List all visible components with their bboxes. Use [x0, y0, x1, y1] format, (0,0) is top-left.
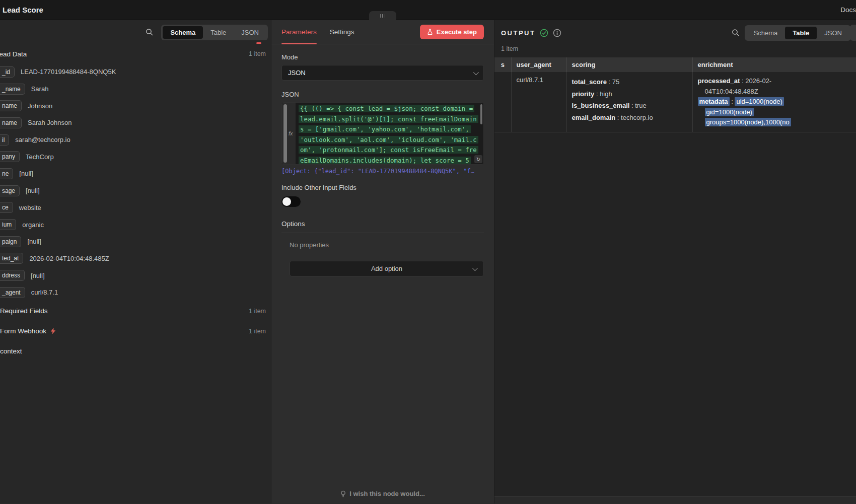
field-value: Sarah — [31, 85, 49, 93]
field-key-pill[interactable]: ted_at — [0, 253, 23, 264]
input-tab-json[interactable]: JSON — [234, 26, 266, 39]
node-detail-view: Lead Score Docs Schema Table JSON Lead D… — [0, 0, 856, 504]
schema-field-row[interactable]: ium organic — [0, 216, 271, 233]
schema-field-row[interactable]: name Johnson — [0, 97, 271, 114]
field-value: [null] — [31, 272, 44, 279]
field-key-pill[interactable]: il — [0, 134, 9, 146]
field-key-pill[interactable]: paign — [0, 236, 21, 247]
input-view-tabs: Schema Table JSON — [161, 25, 268, 40]
cell-scoring: total_score : 75priority : highis_busine… — [566, 72, 692, 132]
field-key-pill[interactable]: ddress — [0, 270, 25, 281]
editor-gutter: fx — [282, 103, 296, 164]
field-key-pill[interactable]: _name — [0, 84, 25, 95]
field-value: 2026-02-04T10:04:48.485Z — [29, 255, 109, 262]
output-tab-schema[interactable]: Schema — [746, 27, 786, 39]
schema-field-row[interactable]: ce website — [0, 199, 271, 217]
docs-link[interactable]: Docs — [840, 6, 856, 14]
output-table-row: curl/8.7.1 total_score : 75priority : hi… — [494, 72, 856, 132]
editor-scrollbar[interactable] — [480, 104, 482, 124]
connection-stub — [256, 42, 261, 44]
tab-settings[interactable]: Settings — [330, 20, 354, 44]
no-properties-text: No properties — [290, 241, 484, 249]
section-required-fields-count: 1 item — [249, 308, 266, 315]
field-key-pill[interactable]: pany — [0, 151, 20, 162]
field-value: Sarah Johnson — [28, 119, 72, 126]
parameters-header: Parameters Settings Execute step — [271, 20, 494, 44]
schema-field-row[interactable]: ne [null] — [0, 165, 271, 182]
lightbulb-icon — [340, 490, 346, 497]
json-expression-editor[interactable]: fx {{ (() => { const lead = $json; const… — [281, 102, 484, 165]
section-lead-data[interactable]: Lead Data 1 item — [0, 44, 271, 63]
field-key-pill[interactable]: _agent — [0, 287, 25, 298]
add-option-button[interactable]: Add option — [290, 261, 484, 276]
info-circle-icon[interactable] — [553, 29, 561, 37]
field-key-pill[interactable]: name — [0, 100, 22, 111]
editor-expand-icon[interactable]: ↻ — [474, 155, 482, 163]
schema-field-row[interactable]: ted_at 2026-02-04T10:04:48.485Z — [0, 250, 271, 267]
flask-icon — [427, 29, 433, 35]
section-form-webhook[interactable]: Form Webhook 1 item — [0, 321, 271, 341]
schema-field-row[interactable]: sage [null] — [0, 182, 271, 199]
schema-field-row[interactable]: ddress [null] — [0, 267, 271, 284]
column-header-user-agent[interactable]: user_agent — [511, 57, 566, 72]
field-key-pill[interactable]: name — [0, 117, 22, 128]
field-key-pill[interactable]: sage — [0, 185, 20, 196]
chevron-down-icon — [473, 69, 479, 75]
mode-label: Mode — [281, 53, 484, 61]
editor-gutter-handle[interactable] — [283, 104, 287, 163]
tab-parameters[interactable]: Parameters — [281, 20, 317, 44]
section-form-webhook-count: 1 item — [249, 328, 266, 335]
column-header-clipped[interactable]: s — [494, 57, 511, 72]
schema-field-list: _id LEAD-1770199488484-8QNQ5K _name Sara… — [0, 63, 271, 301]
mode-select[interactable]: JSON — [281, 65, 484, 81]
cell-enrichment: processed_at : 2026-02-04T10:04:48.488Zm… — [692, 72, 856, 132]
output-tab-table[interactable]: Table — [785, 27, 817, 39]
output-toolbar: OUTPUT Schema Table JSON — [494, 20, 856, 45]
input-tab-schema[interactable]: Schema — [163, 26, 203, 39]
cell-user-agent: curl/8.7.1 — [511, 72, 566, 132]
parameters-panel: Parameters Settings Execute step Mode JS… — [271, 20, 494, 503]
field-key-pill[interactable]: ce — [0, 202, 13, 213]
field-value: sarah@techcorp.io — [15, 136, 70, 143]
field-key-pill[interactable]: ium — [0, 219, 16, 230]
execute-step-button[interactable]: Execute step — [420, 25, 484, 39]
section-context-label: context — [0, 347, 22, 355]
mode-select-value: JSON — [288, 69, 306, 77]
node-wish-hint[interactable]: I wish this node would... — [271, 490, 494, 497]
output-item-count: 1 item — [494, 45, 856, 52]
json-field-label: JSON — [281, 91, 484, 98]
clipped-toolbar-button[interactable] — [850, 25, 856, 41]
section-required-fields[interactable]: Required Fields 1 item — [0, 301, 271, 321]
include-other-fields-toggle[interactable] — [281, 196, 301, 207]
section-form-webhook-label: Form Webhook — [0, 327, 46, 335]
schema-field-row[interactable]: _id LEAD-1770199488484-8QNQ5K — [0, 63, 271, 81]
input-search-icon[interactable] — [145, 28, 154, 37]
schema-field-row[interactable]: name Sarah Johnson — [0, 114, 271, 131]
field-value: [null] — [19, 170, 33, 177]
field-key-pill[interactable]: ne — [0, 168, 13, 179]
expression-result-preview: [Object: {"lead_id": "LEAD-1770199488484… — [281, 168, 484, 175]
schema-field-row[interactable]: il sarah@techcorp.io — [0, 131, 271, 149]
panel-drag-grip[interactable] — [369, 11, 396, 20]
output-tab-json[interactable]: JSON — [817, 27, 849, 39]
cell-clipped — [494, 72, 511, 132]
schema-field-row[interactable]: paign [null] — [0, 233, 271, 250]
column-header-enrichment[interactable]: enrichment — [692, 57, 856, 72]
section-context[interactable]: context — [0, 341, 271, 362]
schema-field-row[interactable]: _name Sarah — [0, 81, 271, 98]
chevron-down-icon — [472, 265, 478, 270]
schema-field-row[interactable]: pany TechCorp — [0, 148, 271, 165]
output-panel: OUTPUT Schema Table JSON 1 item — [494, 20, 856, 503]
options-label: Options — [281, 220, 484, 228]
field-value: LEAD-1770199488484-8QNQ5K — [21, 68, 116, 76]
schema-field-row[interactable]: _agent curl/8.7.1 — [0, 284, 271, 301]
output-search-icon[interactable] — [731, 28, 740, 37]
options-divider — [281, 233, 484, 233]
lightning-bolt-icon — [50, 328, 56, 334]
column-header-scoring[interactable]: scoring — [566, 57, 692, 72]
input-tab-table[interactable]: Table — [203, 26, 234, 39]
output-title: OUTPUT — [501, 29, 535, 37]
toggle-knob — [282, 197, 291, 206]
field-key-pill[interactable]: _id — [0, 66, 15, 78]
field-value: [null] — [27, 238, 41, 245]
